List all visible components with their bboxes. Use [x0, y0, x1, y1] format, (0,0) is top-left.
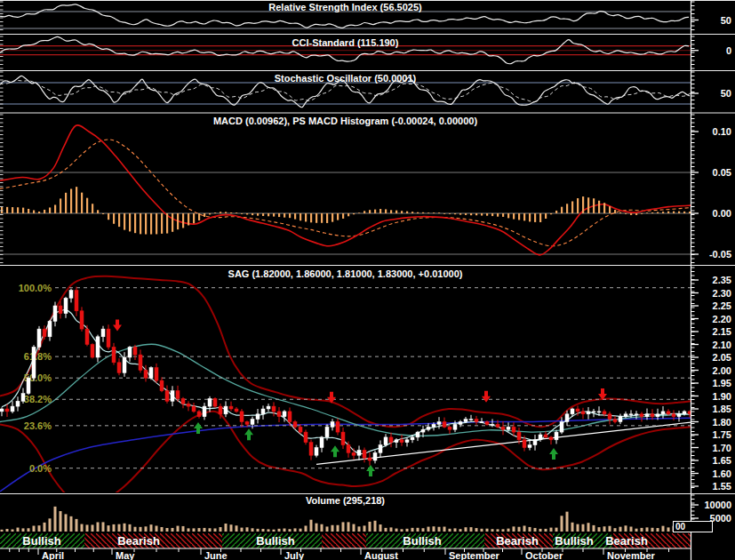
- axis-tick-label: 0.05: [713, 167, 731, 178]
- charting-application: 100.0%61.8%50.0%38.2%23.6%0.0%BullishBea…: [0, 0, 735, 560]
- month-label: August: [364, 550, 398, 560]
- axis-tick-label: 2.00: [713, 365, 731, 376]
- axis-tick-label: 0.10: [713, 126, 731, 137]
- axis-tick-label: 1.90: [713, 391, 731, 402]
- axis-tick-label: 0: [726, 45, 731, 56]
- month-label: July: [284, 550, 305, 560]
- axis-value-box: 00: [673, 521, 713, 532]
- chart-canvas[interactable]: 100.0%61.8%50.0%38.2%23.6%0.0%BullishBea…: [0, 0, 735, 560]
- axis-tick-label: 2.25: [713, 300, 731, 311]
- axis-tick-label: 1.95: [713, 378, 731, 388]
- month-label: October: [525, 550, 563, 560]
- axis-tick-label: 1.80: [713, 417, 731, 428]
- axis-tick-label: 50: [721, 88, 731, 99]
- axis-tick-label: 1.55: [713, 481, 731, 492]
- date-axis: AprilMayJuneJulyAugustSeptemberOctoberNo…: [0, 548, 691, 560]
- axis-tick-label: 2.15: [713, 326, 731, 337]
- axis-tick-label: 2.20: [713, 314, 731, 324]
- axis-tick-label: 1.75: [713, 429, 731, 440]
- axis-tick-label: 10000: [704, 500, 731, 510]
- axis-tick-label: 1.70: [713, 443, 731, 453]
- plot-area[interactable]: [0, 0, 691, 548]
- axis-tick-label: 50: [721, 15, 731, 26]
- month-label: June: [204, 550, 228, 560]
- month-label: May: [116, 550, 135, 560]
- axis-tick-label: 0.00: [713, 208, 731, 219]
- axis-tick-label: 2.35: [713, 275, 731, 285]
- axis-tick-label: 2.10: [713, 340, 731, 350]
- axis-tick-label: -0.05: [709, 249, 731, 260]
- axis-tick-label: 1.65: [713, 455, 731, 466]
- axis-tick-label: 1.60: [713, 468, 731, 479]
- month-label: April: [42, 550, 64, 560]
- axis-tick-label: 5000: [710, 513, 731, 524]
- axis-tick-label: 2.30: [713, 288, 731, 299]
- month-label: November: [607, 550, 656, 560]
- month-label: September: [449, 550, 500, 560]
- axis-tick-label: 1.85: [713, 404, 731, 414]
- axis-tick-label: 2.05: [713, 352, 731, 363]
